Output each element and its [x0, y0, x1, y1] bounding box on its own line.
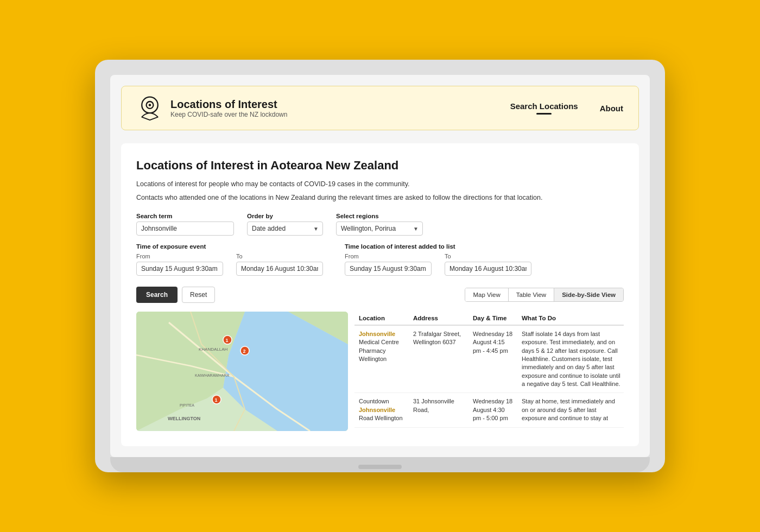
results-table: Location Address Day & Time What To Do U…	[354, 312, 624, 428]
col-header-whattodo: What To Do	[517, 312, 624, 325]
cell-address-1: 31 Johnsonville Road,	[409, 393, 468, 427]
map-view-button[interactable]: Map View	[465, 288, 508, 301]
cell-whattodo-0: Staff isolate 14 days from last exposure…	[517, 325, 624, 393]
page-desc-1: Locations of interest for people who may…	[136, 179, 624, 189]
table-row: Johnsonville Medical Centre Pharmacy Wel…	[354, 325, 624, 393]
table-row: Countdown Johnsonville Road Wellington31…	[354, 393, 624, 427]
exposure-from-section: From	[136, 253, 223, 276]
page-desc-2: Contacts who attended one of the locatio…	[136, 193, 624, 203]
select-regions-group: Select regions Wellington, Porirua Auckl…	[336, 213, 423, 236]
exposure-to-label: To	[236, 253, 323, 259]
svg-text:1: 1	[215, 397, 218, 403]
nav-title-block: Locations of Interest Keep COVID-safe ov…	[170, 98, 287, 118]
order-by-select[interactable]: Date added Name	[247, 221, 323, 236]
search-form: Search term Order by Date added Name ▼	[136, 213, 624, 279]
map-container: KHANDALLAH KAIWHARAWHARA PIPITEA WELLING…	[136, 312, 348, 431]
svg-text:WELLINGTON: WELLINGTON	[168, 416, 200, 421]
map-pin-2: 2	[240, 346, 249, 355]
table-header-row: Location Address Day & Time What To Do U…	[354, 312, 624, 325]
added-from-section: From	[345, 253, 432, 276]
page-content: Locations of Interest Keep COVID-safe ov…	[110, 75, 650, 457]
nav-link-search[interactable]: Search Locations	[510, 102, 578, 115]
form-row-1: Search term Order by Date added Name ▼	[136, 213, 624, 236]
laptop-screen: Locations of Interest Keep COVID-safe ov…	[110, 75, 650, 457]
added-from-label: From	[345, 253, 432, 259]
search-button[interactable]: Search	[136, 287, 178, 303]
exposure-time-row: From To	[136, 253, 323, 276]
view-toggle: Map View Table View Side-by-Side View	[465, 288, 624, 302]
cell-location-0: Johnsonville Medical Centre Pharmacy Wel…	[354, 325, 409, 393]
col-header-address: Address	[409, 312, 468, 325]
cell-day-0: Wednesday 18 August 4:15 pm - 4:45 pm	[468, 325, 517, 393]
added-time-label: Time location of interest added to list	[345, 243, 531, 250]
navbar: Locations of Interest Keep COVID-safe ov…	[121, 86, 639, 130]
select-regions-select[interactable]: Wellington, Porirua Auckland	[336, 221, 423, 236]
exposure-from-input[interactable]	[136, 262, 223, 276]
svg-point-2	[149, 104, 151, 106]
cell-day-1: Wednesday 18 August 4:30 pm - 5:00 pm	[468, 393, 517, 427]
exposure-time-label: Time of exposure event	[136, 243, 323, 250]
map-pin-1: 1	[223, 335, 232, 344]
search-term-label: Search term	[136, 213, 234, 219]
logo-icon	[137, 95, 163, 121]
added-to-input[interactable]	[445, 262, 531, 276]
results-area: KHANDALLAH KAIWHARAWHARA PIPITEA WELLING…	[136, 312, 624, 431]
col-header-location: Location	[354, 312, 409, 325]
order-by-label: Order by	[247, 213, 323, 219]
table-view-button[interactable]: Table View	[509, 288, 554, 301]
main-content: Locations of Interest in Aotearoa New Ze…	[121, 143, 639, 446]
side-by-side-view-button[interactable]: Side-by-Side View	[554, 288, 623, 301]
svg-text:PIPITEA: PIPITEA	[180, 403, 194, 407]
svg-text:1: 1	[226, 338, 229, 343]
svg-text:KHANDALLAH: KHANDALLAH	[199, 347, 228, 352]
buttons-and-view: Search Reset Map View Table View Side-by…	[136, 287, 624, 303]
exposure-from-label: From	[136, 253, 223, 259]
added-to-section: To	[445, 253, 531, 276]
laptop-notch	[358, 465, 402, 469]
map-pin-3: 1	[212, 395, 221, 404]
added-to-label: To	[445, 253, 531, 259]
added-time-section: Time location of interest added to list …	[345, 243, 531, 279]
search-term-group: Search term	[136, 213, 234, 236]
search-term-input[interactable]	[136, 221, 234, 236]
order-by-select-wrapper: Date added Name ▼	[247, 221, 323, 236]
nav-brand: Locations of Interest Keep COVID-safe ov…	[137, 95, 287, 121]
order-by-group: Order by Date added Name ▼	[247, 213, 323, 236]
exposure-to-section: To	[236, 253, 323, 276]
map-svg: KHANDALLAH KAIWHARAWHARA PIPITEA WELLING…	[136, 312, 348, 431]
nav-links: Search Locations About	[510, 102, 623, 115]
exposure-time-section: Time of exposure event From To	[136, 243, 323, 279]
select-regions-label: Select regions	[336, 213, 423, 219]
laptop-frame: Locations of Interest Keep COVID-safe ov…	[95, 60, 665, 472]
cell-whattodo-1: Stay at home, test immediately and on or…	[517, 393, 624, 427]
nav-subtitle: Keep COVID-safe over the NZ lockdown	[170, 111, 287, 118]
action-buttons: Search Reset	[136, 287, 215, 303]
reset-button[interactable]: Reset	[182, 287, 215, 303]
laptop-base	[110, 457, 650, 472]
nav-title: Locations of Interest	[170, 98, 287, 111]
svg-text:KAIWHARAWHARA: KAIWHARAWHARA	[195, 373, 229, 377]
svg-text:2: 2	[243, 349, 246, 354]
added-time-row: From To	[345, 253, 531, 276]
col-header-day: Day & Time	[468, 312, 517, 325]
results-table-container: Location Address Day & Time What To Do U…	[354, 312, 624, 431]
cell-address-0: 2 Trafalgar Street,Wellington 6037	[409, 325, 468, 393]
exposure-to-input[interactable]	[236, 262, 323, 276]
page-heading: Locations of Interest in Aotearoa New Ze…	[136, 159, 624, 173]
added-from-input[interactable]	[345, 262, 432, 276]
cell-location-1: Countdown Johnsonville Road Wellington	[354, 393, 409, 427]
select-regions-wrapper: Wellington, Porirua Auckland ▼	[336, 221, 423, 236]
nav-link-about[interactable]: About	[600, 104, 623, 113]
